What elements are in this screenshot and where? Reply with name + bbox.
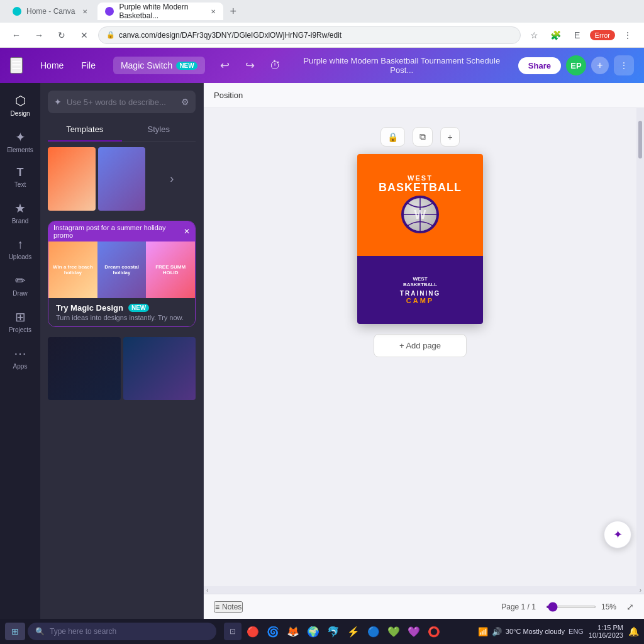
sidebar-item-projects[interactable]: ⊞ Projects xyxy=(3,304,38,338)
share-button[interactable]: Share xyxy=(518,57,561,74)
taskbar-start-button[interactable]: ⊞ xyxy=(5,623,25,640)
opera-icon: 🔴 xyxy=(247,626,259,638)
date-display: 10/16/2023 xyxy=(589,631,623,639)
taskbar-app-spotify[interactable]: 💚 xyxy=(385,623,402,640)
taskbar-app-extra[interactable]: ⭕ xyxy=(425,623,443,640)
canvas-bottom-scrollbar[interactable]: ‹ › xyxy=(204,586,644,594)
template-thumb-bottom-2[interactable] xyxy=(123,337,196,400)
add-collaborator-button[interactable]: + xyxy=(591,57,609,74)
scroll-right-arrow[interactable]: › xyxy=(640,587,641,594)
profile-icon[interactable]: E xyxy=(569,26,586,44)
duplicate-button[interactable]: ⧉ xyxy=(413,127,433,147)
tab-2-close[interactable]: ✕ xyxy=(211,8,216,15)
redo-button[interactable]: ↪ xyxy=(240,55,260,75)
bookmark-icon[interactable]: ☆ xyxy=(526,26,543,44)
language-icon: ENG xyxy=(569,628,584,635)
promo-description: Turn ideas into designs instantly. Try n… xyxy=(56,314,187,321)
canva2-icon: 💜 xyxy=(408,626,420,638)
lock-button[interactable]: 🔒 xyxy=(380,127,405,147)
volume-icon[interactable]: 🔊 xyxy=(492,627,502,636)
sidebar-item-design[interactable]: ⬡ Design xyxy=(3,88,38,122)
home-nav-item[interactable]: Home xyxy=(33,57,71,74)
close-tab-button[interactable]: ✕ xyxy=(75,26,93,44)
app-bar-right: Share EP + ⋮ xyxy=(518,55,634,75)
address-bar[interactable]: 🔒 canva.com/design/DAFr3qy3DNY/DGleIGDxl… xyxy=(98,26,521,44)
filter-icon[interactable]: ⚙ xyxy=(181,97,189,107)
design-icon: ⬡ xyxy=(15,93,26,108)
taskbar-app-files[interactable]: 🔵 xyxy=(365,623,382,640)
sidebar-item-draw[interactable]: ✏ Draw xyxy=(3,268,38,302)
back-button[interactable]: ← xyxy=(8,26,25,44)
taskbar-app-canva2[interactable]: 💜 xyxy=(405,623,423,640)
windows-icon: ⊞ xyxy=(11,626,19,636)
template-thumb-1[interactable] xyxy=(48,147,96,211)
design-title-text: Purple white Modern Basketball Tournamen… xyxy=(303,56,500,75)
notes-button[interactable]: ≡ Notes xyxy=(214,601,243,613)
error-button[interactable]: Error xyxy=(590,30,615,40)
canvas-right-scrollbar[interactable] xyxy=(636,108,644,586)
photoshop-icon: ⚡ xyxy=(347,626,360,638)
sidebar-item-brand[interactable]: ★ Brand xyxy=(3,196,38,230)
taskbar-app-firefox[interactable]: 🦊 xyxy=(284,623,302,640)
more-icon[interactable]: ⋮ xyxy=(619,26,636,44)
magic-switch-button[interactable]: Magic Switch NEW xyxy=(113,57,205,74)
forward-button[interactable]: → xyxy=(30,26,48,44)
add-element-button[interactable]: + xyxy=(440,127,459,147)
taskbar-app-edge[interactable]: 🌀 xyxy=(264,623,282,640)
wifi-icon[interactable]: 📶 xyxy=(478,627,488,636)
uploads-label: Uploads xyxy=(9,253,32,260)
promo-image-2: Dream coastal holiday xyxy=(97,242,147,298)
sidebar-item-text[interactable]: T Text xyxy=(3,161,38,193)
sidebar-item-elements[interactable]: ✦ Elements xyxy=(3,125,38,158)
design-canvas-wrapper: 🔒 ⧉ + WEST BASKETBALL xyxy=(357,127,483,357)
browser-chrome: Home - Canva ✕ Purple white Modern Baske… xyxy=(0,0,644,48)
tab-templates[interactable]: Templates xyxy=(48,118,122,142)
taskbar-search-bar[interactable]: 🔍 Type here to search xyxy=(28,623,216,640)
w-logo: W xyxy=(414,208,426,222)
tab-2[interactable]: Purple white Modern Basketbal... ✕ xyxy=(97,3,223,20)
taskbar-app-taskview[interactable]: ⊡ xyxy=(224,623,242,640)
fullscreen-button[interactable]: ⤢ xyxy=(626,602,634,612)
template-thumb-bottom-1[interactable] xyxy=(48,337,121,400)
taskbar-app-photoshop[interactable]: ⚡ xyxy=(345,623,362,640)
taskbar-app-canva[interactable]: 🐬 xyxy=(325,623,342,640)
files-icon: 🔵 xyxy=(367,626,380,638)
taskbar-app-opera[interactable]: 🔴 xyxy=(244,623,262,640)
floating-action-button[interactable]: ✦ xyxy=(604,521,631,548)
browser-controls: ← → ↻ ✕ 🔒 canva.com/design/DAFr3qy3DNY/D… xyxy=(0,23,644,48)
tab-1-label: Home - Canva xyxy=(26,7,75,16)
zoom-controls: 15% xyxy=(546,602,616,611)
promo-footer: Try Magic Design NEW Turn ideas into des… xyxy=(48,298,195,326)
uploads-icon: ↑ xyxy=(17,237,23,252)
template-thumb-2[interactable] xyxy=(98,147,146,211)
add-page-button[interactable]: + Add page xyxy=(374,334,467,357)
projects-icon: ⊞ xyxy=(15,309,26,325)
refresh-button[interactable]: ↻ xyxy=(53,26,70,44)
tab-1-close[interactable]: ✕ xyxy=(82,8,87,15)
sidebar-item-uploads[interactable]: ↑ Uploads xyxy=(3,232,38,265)
promo-close-button[interactable]: ✕ xyxy=(184,227,190,236)
tab-styles[interactable]: Styles xyxy=(122,118,196,142)
tab-1[interactable]: Home - Canva ✕ xyxy=(5,3,95,20)
hamburger-menu[interactable]: ☰ xyxy=(10,57,23,74)
new-tab-button[interactable]: + xyxy=(226,5,240,18)
zoom-slider[interactable] xyxy=(546,606,596,608)
sidebar-item-apps[interactable]: ⋯ Apps xyxy=(3,341,38,375)
undo-button[interactable]: ↩ xyxy=(215,55,235,75)
design-card[interactable]: WEST BASKETBALL xyxy=(357,154,483,324)
magic-switch-label: Magic Switch xyxy=(121,60,172,70)
taskview-icon: ⊡ xyxy=(230,627,236,636)
scroll-left-arrow[interactable]: ‹ xyxy=(206,587,208,594)
notification-icon[interactable]: 🔔 xyxy=(628,626,639,636)
new-badge: NEW xyxy=(176,62,197,70)
template-thumb-arrow[interactable]: › xyxy=(148,147,196,211)
search-input[interactable] xyxy=(67,97,176,107)
app-bar-more-options[interactable]: ⋮ xyxy=(614,55,634,75)
file-nav-item[interactable]: File xyxy=(74,57,103,74)
extensions-icon[interactable]: 🧩 xyxy=(547,26,565,44)
taskbar-app-chrome[interactable]: 🌍 xyxy=(304,623,322,640)
time-display: 1:15 PM xyxy=(589,624,623,631)
app-bar-tools: ↩ ↪ ⏱ xyxy=(215,55,286,75)
user-avatar[interactable]: EP xyxy=(566,55,586,75)
timer-button[interactable]: ⏱ xyxy=(265,55,286,75)
